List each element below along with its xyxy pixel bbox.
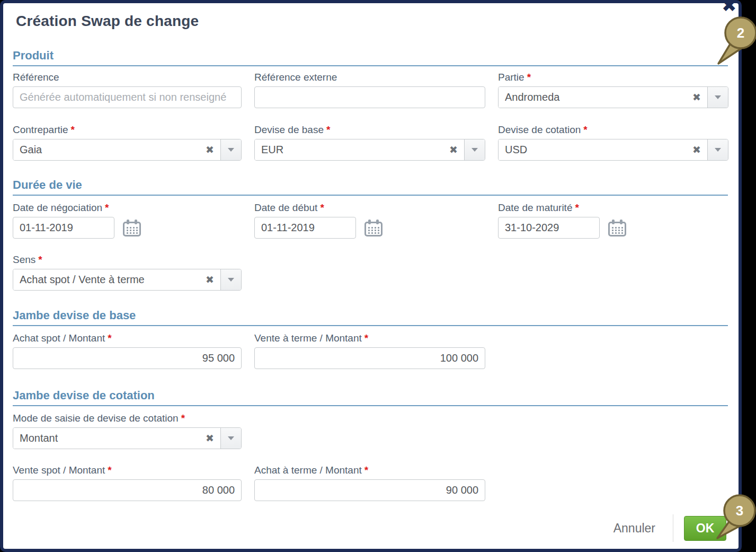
section-header-produit: Produit (13, 49, 728, 66)
chevron-down-icon[interactable] (220, 139, 241, 160)
devise-base-input[interactable] (255, 139, 443, 160)
clear-icon[interactable]: ✖ (199, 428, 220, 449)
required-asterisk: * (105, 202, 109, 213)
required-asterisk: * (364, 465, 368, 476)
required-asterisk: * (38, 254, 42, 265)
devise-base-label: Devise de base* (254, 124, 485, 136)
achat-terme-montant-field: Achat à terme / Montant* (254, 465, 485, 501)
page-title: Création Swap de change (16, 13, 728, 30)
date-negociation-input[interactable] (13, 217, 114, 239)
chevron-down-icon[interactable] (707, 139, 728, 160)
section-header-jambe-devise-de-base: Jambe devise de base (13, 309, 728, 326)
calendar-icon[interactable] (122, 219, 141, 237)
creation-swap-dialog: Création Swap de change Produit Référenc… (0, 0, 742, 552)
section-header-jambe-devise-de-cotation: Jambe devise de cotation (13, 389, 728, 406)
devise-base-field: Devise de base* ✖ (254, 124, 485, 161)
clear-icon[interactable]: ✖ (199, 269, 220, 290)
badge-3-number: 3 (736, 503, 743, 519)
chevron-down-icon[interactable] (220, 269, 241, 290)
date-debut-field: Date de début* (254, 202, 485, 239)
chevron-down-icon[interactable] (707, 87, 728, 108)
clear-icon[interactable]: ✖ (686, 87, 707, 108)
dialog-footer: Annuler OK (610, 514, 726, 542)
contrepartie-label: Contrepartie* (13, 124, 242, 136)
sens-input[interactable] (13, 269, 199, 290)
devise-cotation-combobox[interactable]: ✖ (498, 139, 728, 161)
step-badge-3: 3 (714, 490, 756, 546)
date-negociation-label: Date de négociation* (13, 202, 242, 214)
clear-icon[interactable]: ✖ (199, 139, 220, 160)
devise-cotation-field: Devise de cotation* ✖ (498, 124, 728, 161)
reference-externe-field: Référence externe (254, 72, 485, 108)
sens-combobox[interactable]: ✖ (13, 269, 242, 291)
partie-label: Partie* (498, 72, 728, 83)
reference-label: Référence (13, 72, 242, 83)
step-badge-2: 2 (715, 13, 756, 68)
date-debut-input[interactable] (254, 217, 356, 239)
achat-terme-montant-label: Achat à terme / Montant* (254, 465, 485, 476)
required-asterisk: * (181, 413, 185, 424)
devise-base-combobox[interactable]: ✖ (254, 139, 485, 161)
required-asterisk: * (320, 202, 324, 213)
date-maturite-label: Date de maturité* (498, 202, 728, 214)
required-asterisk: * (326, 124, 330, 135)
required-asterisk: * (71, 124, 75, 135)
partie-input[interactable] (499, 87, 686, 108)
required-asterisk: * (108, 465, 111, 476)
reference-field: Référence (13, 72, 242, 108)
contrepartie-input[interactable] (13, 139, 199, 160)
contrepartie-field: Contrepartie* ✖ (13, 124, 242, 161)
vente-terme-montant-field: Vente à terme / Montant* (254, 332, 485, 369)
date-debut-label: Date de début* (254, 202, 485, 214)
devise-cotation-input[interactable] (499, 139, 686, 160)
required-asterisk: * (575, 202, 579, 213)
vente-spot-montant-input[interactable] (13, 479, 242, 501)
cancel-button[interactable]: Annuler (610, 521, 659, 536)
clear-icon[interactable]: ✖ (686, 139, 707, 160)
footer-divider (673, 514, 673, 542)
mode-saisie-input[interactable] (13, 428, 199, 449)
sens-field: Sens* ✖ (13, 254, 242, 291)
partie-combobox[interactable]: ✖ (498, 86, 728, 108)
mode-saisie-combobox[interactable]: ✖ (13, 427, 242, 449)
date-maturite-input[interactable] (498, 217, 600, 239)
chevron-down-icon[interactable] (464, 139, 485, 160)
vente-spot-montant-field: Vente spot / Montant* (13, 465, 242, 501)
reference-input[interactable] (13, 86, 242, 108)
achat-spot-montant-label: Achat spot / Montant* (13, 332, 242, 344)
required-asterisk: * (364, 332, 368, 344)
required-asterisk: * (108, 332, 111, 344)
dialog-content: Création Swap de change Produit Référenc… (3, 3, 739, 501)
date-negociation-field: Date de négociation* (13, 202, 242, 239)
vente-spot-montant-label: Vente spot / Montant* (13, 465, 242, 476)
achat-spot-montant-field: Achat spot / Montant* (13, 332, 242, 369)
required-asterisk: * (583, 124, 587, 135)
date-maturite-field: Date de maturité* (498, 202, 728, 239)
clear-icon[interactable]: ✖ (443, 139, 464, 160)
badge-2-number: 2 (737, 25, 744, 41)
required-asterisk: * (527, 72, 531, 83)
achat-spot-montant-input[interactable] (13, 347, 242, 369)
chevron-down-icon[interactable] (220, 428, 241, 449)
reference-externe-input[interactable] (254, 86, 485, 108)
vente-terme-montant-label: Vente à terme / Montant* (254, 332, 485, 344)
devise-cotation-label: Devise de cotation* (498, 124, 728, 136)
achat-terme-montant-input[interactable] (254, 479, 485, 501)
mode-saisie-field: Mode de saisie de devise de cotation* ✖ (13, 413, 242, 449)
section-header-duree-de-vie: Durée de vie (13, 178, 728, 196)
contrepartie-combobox[interactable]: ✖ (13, 139, 242, 161)
vente-terme-montant-input[interactable] (254, 347, 485, 369)
partie-field: Partie* ✖ (498, 72, 728, 108)
calendar-icon[interactable] (608, 219, 627, 237)
reference-externe-label: Référence externe (254, 72, 485, 83)
mode-saisie-label: Mode de saisie de devise de cotation* (13, 413, 242, 424)
sens-label: Sens* (13, 254, 242, 266)
calendar-icon[interactable] (364, 219, 383, 237)
